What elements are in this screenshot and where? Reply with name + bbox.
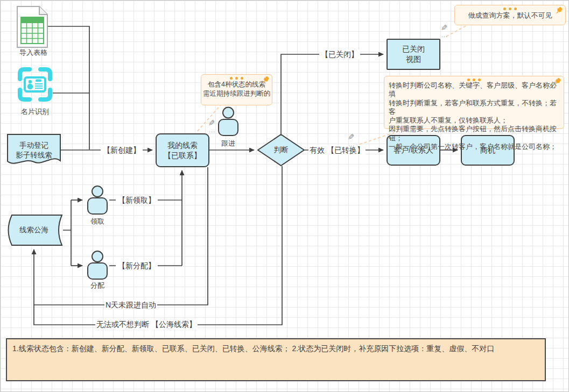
- import-table-label: 导入表格: [18, 48, 48, 56]
- node-my-leads[interactable]: 我的线索 【已联系】: [156, 133, 209, 167]
- business-card-scan-icon: [16, 65, 54, 104]
- pencil-dots-icon: ...: [348, 142, 355, 146]
- node-assign[interactable]: [86, 251, 109, 280]
- pencil-icon[interactable]: ✎: [208, 119, 215, 127]
- edge-judge-to-closedview[interactable]: [281, 54, 383, 134]
- my-leads-label-line2: 【已联系】: [164, 151, 201, 161]
- edge-label-valid-converted[interactable]: 有效 【已转换】: [308, 145, 366, 155]
- stored-data-shape: [5, 215, 63, 246]
- note-convert-rules-line: 因判重需要，先点转换客户按钮，然后点击转换商机按钮；: [389, 125, 559, 142]
- node-closed-view[interactable]: 已关闭 视图: [387, 39, 440, 70]
- edge-label-new-created[interactable]: 【新创建】: [101, 145, 143, 155]
- spreadsheet-file-icon: [17, 6, 48, 48]
- person-icon: [86, 251, 109, 280]
- assign-label: 分配: [89, 281, 106, 289]
- node-claim[interactable]: [86, 186, 109, 215]
- document-shape: [7, 134, 61, 167]
- pencil-icon[interactable]: ✎: [348, 133, 355, 141]
- pencil-dots-icon: ...: [441, 33, 448, 37]
- note-query-plan-text: 做成查询方案，默认不可见: [455, 10, 565, 22]
- note-convert-rules-line: 转换时判断公司名称、关键字、客户层级、客户名称必填: [389, 81, 559, 99]
- note-convert-rules-line: 一般一个公司第一次转客户，客户名称就是公司名称；: [389, 142, 559, 151]
- note-four-status-line1: 包含4种状态的线索: [203, 80, 270, 89]
- closed-view-label-line2: 视图: [406, 54, 421, 65]
- note-query-plan[interactable]: 做成查询方案，默认不可见: [454, 5, 566, 25]
- diamond-shape: [257, 134, 305, 166]
- bottom-status-note-text: 1.线索状态包含：新创建、新分配、新领取、已联系、已关闭、已转换、公海线索； 2…: [12, 344, 494, 353]
- bottom-status-note[interactable]: 1.线索状态包含：新创建、新分配、新领取、已联系、已关闭、已转换、公海线索； 2…: [6, 338, 546, 381]
- person-icon: [216, 106, 240, 137]
- node-judge[interactable]: 判断: [257, 134, 305, 166]
- card-scan-node[interactable]: [16, 65, 54, 104]
- node-follow-up[interactable]: [216, 106, 240, 137]
- pushpin-icon: [555, 6, 563, 15]
- note-convert-rules-line: 转换时判断重复，若客户和联系方式重复，不转换；若客: [389, 99, 559, 117]
- edge-label-closed[interactable]: 【已关闭】: [319, 49, 360, 59]
- node-manual-register[interactable]: 手动登记 影子转线索: [7, 134, 61, 167]
- import-table-node[interactable]: [17, 6, 48, 48]
- pushpin-icon: [262, 76, 270, 84]
- edge-label-new-assigned[interactable]: 【新分配】: [116, 261, 158, 270]
- more-dots-icon: [384, 76, 564, 81]
- more-dots-icon: [455, 5, 565, 10]
- diagram-canvas: 导入表格 名片识别 手动登记 影子转线索 我的线索 【已联系】: [0, 0, 569, 392]
- pencil-icon[interactable]: ✎: [441, 24, 448, 32]
- edge-label-auto-n-days[interactable]: N天未跟进自动: [104, 300, 157, 310]
- note-convert-rules-line: 户重复联系人不重复，仅转换联系人；: [389, 116, 559, 125]
- pushpin-icon: [553, 77, 561, 85]
- note-convert-rules[interactable]: 转换时判断公司名称、关键字、客户层级、客户名称必填 转换时判断重复，若客户和联系…: [384, 76, 564, 129]
- closed-view-label-line1: 已关闭: [402, 44, 425, 54]
- claim-label: 领取: [89, 217, 106, 225]
- card-scan-label: 名片识别: [20, 108, 50, 116]
- person-icon: [86, 186, 109, 215]
- follow-up-label: 跟进: [220, 139, 236, 147]
- edge-label-cannot-judge[interactable]: 无法或不想判断 【公海线索】: [95, 319, 198, 329]
- connector-note-queryplan: [444, 24, 470, 38]
- my-leads-label-line1: 我的线索: [167, 140, 198, 151]
- pencil-dots-icon: ...: [209, 129, 215, 132]
- note-four-status-line2: 需近期持续跟进判断的: [203, 89, 270, 98]
- edge-pool-split[interactable]: [63, 200, 71, 266]
- edge-label-new-claimed[interactable]: 【新领取】: [116, 195, 158, 205]
- node-lead-pool[interactable]: 线索公海: [5, 215, 63, 246]
- note-four-status[interactable]: 包含4种状态的线索 需近期持续跟进判断的: [201, 74, 272, 105]
